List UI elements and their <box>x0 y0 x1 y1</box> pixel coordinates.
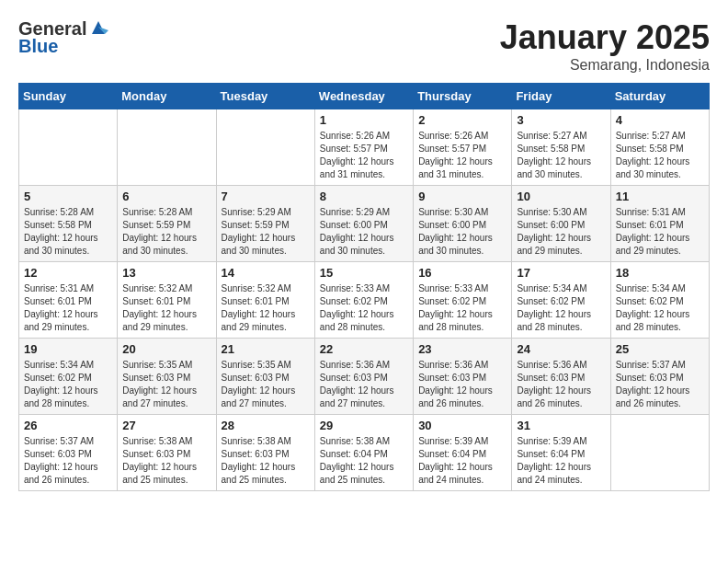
calendar-cell: 17 Sunrise: 5:34 AMSunset: 6:02 PMDaylig… <box>512 262 610 339</box>
week-row-2: 5 Sunrise: 5:28 AMSunset: 5:58 PMDayligh… <box>19 186 710 262</box>
calendar-table: SundayMondayTuesdayWednesdayThursdayFrid… <box>18 83 710 491</box>
day-info: Sunrise: 5:32 AMSunset: 6:01 PMDaylight:… <box>222 282 310 334</box>
calendar-cell: 26 Sunrise: 5:37 AMSunset: 6:03 PMDaylig… <box>19 415 118 491</box>
day-info: Sunrise: 5:26 AMSunset: 5:57 PMDaylight:… <box>418 130 506 181</box>
day-number: 21 <box>222 342 310 356</box>
day-info: Sunrise: 5:28 AMSunset: 5:58 PMDaylight:… <box>24 206 112 258</box>
calendar-cell: 21 Sunrise: 5:35 AMSunset: 6:03 PMDaylig… <box>216 339 314 415</box>
day-number: 5 <box>24 190 112 203</box>
day-number: 11 <box>616 190 704 203</box>
calendar-cell: 1 Sunrise: 5:26 AMSunset: 5:57 PMDayligh… <box>314 109 413 186</box>
day-number: 10 <box>517 190 605 203</box>
day-info: Sunrise: 5:29 AMSunset: 6:00 PMDaylight:… <box>320 206 408 258</box>
day-info: Sunrise: 5:30 AMSunset: 6:00 PMDaylight:… <box>418 206 506 258</box>
calendar-cell: 19 Sunrise: 5:34 AMSunset: 6:02 PMDaylig… <box>19 339 118 415</box>
calendar-cell <box>610 415 709 491</box>
day-number: 25 <box>616 342 704 356</box>
day-number: 9 <box>418 190 506 203</box>
calendar-title: January 2025 <box>500 18 710 57</box>
day-info: Sunrise: 5:27 AMSunset: 5:58 PMDaylight:… <box>517 130 605 181</box>
calendar-cell <box>118 109 216 186</box>
day-info: Sunrise: 5:33 AMSunset: 6:02 PMDaylight:… <box>320 282 408 334</box>
calendar-cell: 3 Sunrise: 5:27 AMSunset: 5:58 PMDayligh… <box>512 109 610 186</box>
day-info: Sunrise: 5:34 AMSunset: 6:02 PMDaylight:… <box>517 282 605 334</box>
day-number: 14 <box>222 266 310 280</box>
weekday-header-saturday: Saturday <box>610 84 709 109</box>
day-number: 19 <box>24 342 112 356</box>
calendar-subtitle: Semarang, Indonesia <box>500 57 710 74</box>
day-info: Sunrise: 5:34 AMSunset: 6:02 PMDaylight:… <box>24 359 112 410</box>
day-number: 2 <box>418 113 506 127</box>
day-info: Sunrise: 5:35 AMSunset: 6:03 PMDaylight:… <box>122 359 210 410</box>
day-info: Sunrise: 5:39 AMSunset: 6:04 PMDaylight:… <box>517 435 605 487</box>
weekday-header-wednesday: Wednesday <box>314 84 413 109</box>
calendar-cell: 12 Sunrise: 5:31 AMSunset: 6:01 PMDaylig… <box>19 262 118 339</box>
day-number: 8 <box>320 190 408 203</box>
day-number: 28 <box>222 419 310 432</box>
day-number: 23 <box>418 342 506 356</box>
logo: General Blue <box>18 18 108 57</box>
day-number: 16 <box>418 266 506 280</box>
weekday-header-friday: Friday <box>512 84 610 109</box>
day-number: 7 <box>222 190 310 203</box>
day-info: Sunrise: 5:36 AMSunset: 6:03 PMDaylight:… <box>517 359 605 410</box>
calendar-cell: 4 Sunrise: 5:27 AMSunset: 5:58 PMDayligh… <box>610 109 709 186</box>
calendar-cell: 28 Sunrise: 5:38 AMSunset: 6:03 PMDaylig… <box>216 415 314 491</box>
calendar-cell <box>216 109 314 186</box>
calendar-cell: 2 Sunrise: 5:26 AMSunset: 5:57 PMDayligh… <box>414 109 512 186</box>
calendar-cell: 7 Sunrise: 5:29 AMSunset: 5:59 PMDayligh… <box>216 186 314 262</box>
day-info: Sunrise: 5:36 AMSunset: 6:03 PMDaylight:… <box>320 359 408 410</box>
day-number: 20 <box>122 342 210 356</box>
calendar-cell: 9 Sunrise: 5:30 AMSunset: 6:00 PMDayligh… <box>414 186 512 262</box>
calendar-cell: 24 Sunrise: 5:36 AMSunset: 6:03 PMDaylig… <box>512 339 610 415</box>
weekday-header-row: SundayMondayTuesdayWednesdayThursdayFrid… <box>19 84 710 109</box>
calendar-cell: 29 Sunrise: 5:38 AMSunset: 6:04 PMDaylig… <box>314 415 413 491</box>
calendar-cell: 23 Sunrise: 5:36 AMSunset: 6:03 PMDaylig… <box>414 339 512 415</box>
day-info: Sunrise: 5:36 AMSunset: 6:03 PMDaylight:… <box>418 359 506 410</box>
day-info: Sunrise: 5:30 AMSunset: 6:00 PMDaylight:… <box>517 206 605 258</box>
calendar-cell: 18 Sunrise: 5:34 AMSunset: 6:02 PMDaylig… <box>610 262 709 339</box>
calendar-cell: 15 Sunrise: 5:33 AMSunset: 6:02 PMDaylig… <box>314 262 413 339</box>
calendar-title-area: January 2025 Semarang, Indonesia <box>500 18 710 74</box>
weekday-header-tuesday: Tuesday <box>216 84 314 109</box>
calendar-cell: 30 Sunrise: 5:39 AMSunset: 6:04 PMDaylig… <box>414 415 512 491</box>
day-number: 6 <box>122 190 210 203</box>
day-info: Sunrise: 5:32 AMSunset: 6:01 PMDaylight:… <box>122 282 210 334</box>
day-number: 30 <box>418 419 506 432</box>
logo-icon <box>88 17 108 38</box>
day-number: 29 <box>320 419 408 432</box>
day-number: 1 <box>320 113 408 127</box>
day-info: Sunrise: 5:35 AMSunset: 6:03 PMDaylight:… <box>222 359 310 410</box>
calendar-cell: 8 Sunrise: 5:29 AMSunset: 6:00 PMDayligh… <box>314 186 413 262</box>
day-number: 22 <box>320 342 408 356</box>
day-info: Sunrise: 5:27 AMSunset: 5:58 PMDaylight:… <box>616 130 704 181</box>
page-header: General Blue January 2025 Semarang, Indo… <box>18 18 710 74</box>
calendar-cell: 22 Sunrise: 5:36 AMSunset: 6:03 PMDaylig… <box>314 339 413 415</box>
svg-marker-0 <box>92 21 105 34</box>
day-number: 15 <box>320 266 408 280</box>
calendar-cell: 16 Sunrise: 5:33 AMSunset: 6:02 PMDaylig… <box>414 262 512 339</box>
day-number: 4 <box>616 113 704 127</box>
day-number: 18 <box>616 266 704 280</box>
day-info: Sunrise: 5:26 AMSunset: 5:57 PMDaylight:… <box>320 130 408 181</box>
calendar-cell: 14 Sunrise: 5:32 AMSunset: 6:01 PMDaylig… <box>216 262 314 339</box>
day-info: Sunrise: 5:37 AMSunset: 6:03 PMDaylight:… <box>24 435 112 487</box>
calendar-cell: 27 Sunrise: 5:38 AMSunset: 6:03 PMDaylig… <box>118 415 216 491</box>
calendar-cell: 5 Sunrise: 5:28 AMSunset: 5:58 PMDayligh… <box>19 186 118 262</box>
day-info: Sunrise: 5:38 AMSunset: 6:03 PMDaylight:… <box>222 435 310 487</box>
day-number: 3 <box>517 113 605 127</box>
day-number: 17 <box>517 266 605 280</box>
day-info: Sunrise: 5:39 AMSunset: 6:04 PMDaylight:… <box>418 435 506 487</box>
week-row-1: 1 Sunrise: 5:26 AMSunset: 5:57 PMDayligh… <box>19 109 710 186</box>
week-row-5: 26 Sunrise: 5:37 AMSunset: 6:03 PMDaylig… <box>19 415 710 491</box>
calendar-cell: 25 Sunrise: 5:37 AMSunset: 6:03 PMDaylig… <box>610 339 709 415</box>
week-row-4: 19 Sunrise: 5:34 AMSunset: 6:02 PMDaylig… <box>19 339 710 415</box>
weekday-header-monday: Monday <box>118 84 216 109</box>
day-info: Sunrise: 5:29 AMSunset: 5:59 PMDaylight:… <box>222 206 310 258</box>
day-info: Sunrise: 5:37 AMSunset: 6:03 PMDaylight:… <box>616 359 704 410</box>
calendar-cell <box>19 109 118 186</box>
day-info: Sunrise: 5:33 AMSunset: 6:02 PMDaylight:… <box>418 282 506 334</box>
calendar-cell: 10 Sunrise: 5:30 AMSunset: 6:00 PMDaylig… <box>512 186 610 262</box>
day-number: 31 <box>517 419 605 432</box>
calendar-cell: 13 Sunrise: 5:32 AMSunset: 6:01 PMDaylig… <box>118 262 216 339</box>
